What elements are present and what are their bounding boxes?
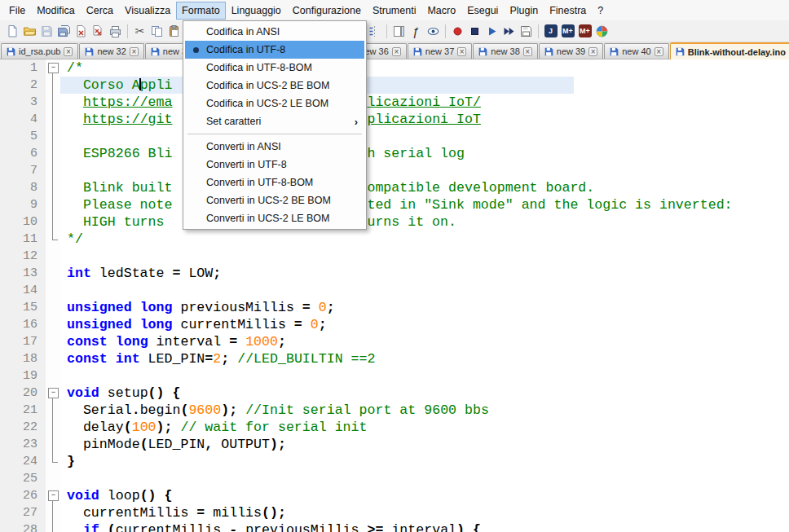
paste-icon[interactable] (165, 23, 183, 40)
line-number: 8 (0, 179, 46, 196)
menu-item-linguaggio[interactable]: Linguaggio (226, 2, 287, 20)
menu-item-label: Converti in UCS-2 BE BOM (206, 195, 331, 206)
code-line-19: 19 (0, 367, 789, 385)
record-macro-icon[interactable] (449, 23, 466, 40)
menu-item-macro[interactable]: Macro (421, 2, 461, 20)
code-text[interactable]: } (60, 453, 789, 470)
code-text[interactable] (60, 248, 789, 265)
code-text[interactable]: Serial.begin(9600); //Init serial port a… (60, 402, 789, 419)
format-menu-item-codifica-in-ucs-2-le-bom[interactable]: Codifica in UCS-2 LE BOM (185, 95, 364, 112)
tab-new-37[interactable]: new 37× (408, 43, 472, 59)
code-text[interactable]: currentMillis = millis(); (60, 504, 789, 521)
tab-close-icon[interactable]: × (588, 47, 597, 56)
fold-collapse-icon[interactable] (46, 59, 60, 77)
plugin-converter-icon[interactable] (593, 23, 610, 40)
close-icon[interactable] (73, 23, 90, 40)
code-text[interactable]: int ledState = LOW; (60, 265, 789, 282)
copy-icon[interactable] (148, 23, 165, 40)
tab-id-rsa-pub[interactable]: id_rsa.pub× (1, 43, 78, 59)
format-menu-item-converti-in-utf-8-bom[interactable]: Converti in UTF-8-BOM (185, 174, 364, 191)
function-list-icon[interactable]: ƒ (408, 23, 425, 40)
code-text[interactable] (60, 282, 789, 299)
format-menu-item-codifica-in-ansi[interactable]: Codifica in ANSI (185, 23, 364, 41)
tab-blink-without-delay-ino[interactable]: Blink-without-delay.ino× (670, 42, 789, 59)
code-text[interactable]: const int LED_PIN=2; //LED_BUILTIN ==2 (60, 350, 789, 367)
code-line-6: 6 ESP8266 Bli h serial log (0, 145, 789, 162)
tab-close-icon[interactable]: × (523, 47, 532, 56)
format-menu-item-converti-in-ucs-2-le-bom[interactable]: Converti in UCS-2 LE BOM (185, 209, 364, 227)
run-macro-multiple-icon[interactable] (500, 23, 518, 40)
format-menu-item-converti-in-ucs-2-be-bom[interactable]: Converti in UCS-2 BE BOM (185, 191, 364, 209)
code-text[interactable]: Blink built ompatible development board. (60, 179, 789, 196)
menu-item-formato[interactable]: Formato (176, 2, 226, 20)
save-all-icon[interactable] (55, 23, 73, 40)
code-text[interactable]: unsigned long previousMillis = 0; (60, 299, 789, 316)
save-icon[interactable] (38, 23, 55, 40)
code-text[interactable]: unsigned long currentMillis = 0; (60, 316, 789, 333)
format-menu-item-codifica-in-utf-8[interactable]: Codifica in UTF-8 (185, 41, 364, 59)
new-file-icon[interactable] (4, 23, 21, 40)
tab-new-39[interactable]: new 39× (539, 43, 603, 59)
menu-item-visualizza[interactable]: Visualizza (119, 2, 176, 20)
code-text[interactable]: void loop() { (60, 487, 789, 504)
stop-macro-icon[interactable] (466, 23, 483, 40)
tab-close-icon[interactable]: × (457, 47, 466, 56)
plugin-mime-tools-icon[interactable]: M+ (559, 23, 576, 40)
print-icon[interactable] (107, 23, 124, 40)
indent-guide-icon[interactable] (366, 23, 383, 40)
play-macro-icon[interactable] (483, 23, 500, 40)
code-text[interactable]: delay(100); // wait for serial init (60, 419, 789, 436)
tab-new-38[interactable]: new 38× (473, 43, 537, 59)
menu-item-modifica[interactable]: Modifica (31, 2, 81, 20)
notepad-plus-plus-window: { "menu_bar": { "items": [ {"label": "Fi… (0, 0, 789, 532)
code-text[interactable] (60, 162, 789, 179)
format-menu-item-codifica-in-utf-8-bom[interactable]: Codifica in UTF-8-BOM (185, 59, 364, 77)
tab-close-icon[interactable]: × (130, 47, 139, 56)
menu-item-esegui[interactable]: Esegui (461, 2, 504, 20)
monitoring-icon[interactable] (425, 23, 442, 40)
code-text[interactable]: /* (60, 59, 789, 77)
code-text[interactable]: ESP8266 Bli h serial log (60, 145, 789, 162)
code-text[interactable]: void setup() { (60, 385, 789, 402)
code-text[interactable]: */ (60, 231, 789, 248)
format-menu-item-converti-in-ansi[interactable]: Converti in ANSI (185, 138, 364, 156)
line-number: 11 (0, 231, 46, 248)
code-text[interactable]: const long interval = 1000; (60, 333, 789, 350)
tab-new-40[interactable]: new 40× (604, 43, 668, 59)
menu-item-finestra[interactable]: Finestra (544, 2, 592, 20)
code-text[interactable] (60, 367, 789, 385)
menu-item-strumenti[interactable]: Strumenti (367, 2, 422, 20)
code-text[interactable]: if (currentMillis - previousMillis >= in… (60, 521, 789, 532)
code-text[interactable]: HIGH turns urns it on. (60, 213, 789, 231)
fold-collapse-icon[interactable] (46, 487, 60, 504)
plugin-mime-tools-2-icon[interactable]: M+ (576, 23, 593, 40)
menu-item-cerca[interactable]: Cerca (81, 2, 119, 20)
code-text[interactable] (60, 128, 789, 145)
document-map-icon[interactable] (390, 23, 408, 40)
menu-item-plugin[interactable]: Plugin (504, 2, 544, 20)
code-text[interactable]: Please note ted in "Sink mode" and the l… (60, 196, 789, 213)
line-number: 16 (0, 316, 46, 333)
code-text[interactable]: https://ema licazioni_IoT/ (60, 94, 789, 111)
code-text[interactable]: Corso Appli (60, 77, 789, 94)
format-menu-item-codifica-in-ucs-2-be-bom[interactable]: Codifica in UCS-2 BE BOM (185, 77, 364, 95)
tab-close-icon[interactable]: × (64, 47, 73, 56)
save-macro-icon[interactable] (518, 23, 535, 40)
close-all-icon[interactable] (90, 23, 107, 40)
plugin-json-icon[interactable]: J (542, 23, 559, 40)
code-text[interactable]: https://git plicazioni_IoT (60, 111, 789, 128)
code-text[interactable]: pinMode(LED_PIN, OUTPUT); (60, 436, 789, 453)
open-file-icon[interactable] (21, 23, 38, 40)
tab-close-icon[interactable]: × (392, 47, 401, 56)
menu-item-configurazione[interactable]: Configurazione (287, 2, 367, 20)
tab-close-icon[interactable]: × (655, 47, 663, 56)
code-text[interactable] (60, 470, 789, 487)
format-menu-item-converti-in-utf-8[interactable]: Converti in UTF-8 (185, 156, 364, 174)
tab-label: id_rsa.pub (19, 46, 60, 56)
fold-collapse-icon[interactable] (46, 385, 60, 402)
tab-new-32[interactable]: new 32× (79, 43, 143, 59)
format-menu-item-set-caratteri[interactable]: Set caratteri› (185, 112, 364, 130)
menu-item-help[interactable]: ? (592, 2, 609, 20)
cut-icon[interactable]: ✂ (131, 23, 148, 40)
menu-item-file[interactable]: File (3, 2, 31, 20)
